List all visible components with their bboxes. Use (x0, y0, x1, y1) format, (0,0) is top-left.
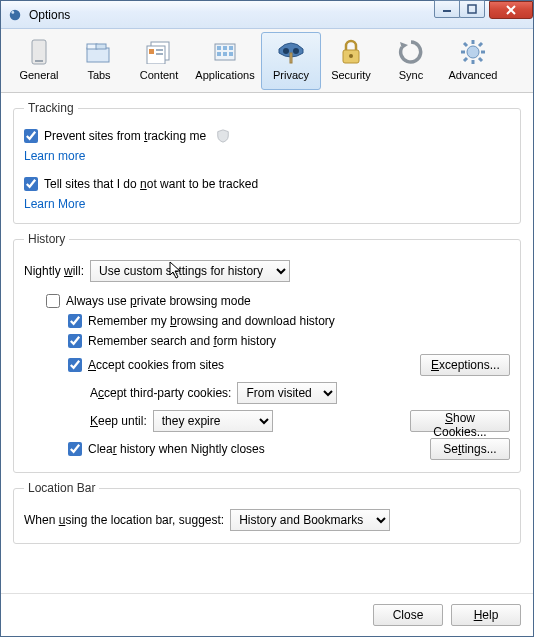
third-party-label: Accept third-party cookies: (90, 386, 231, 400)
svg-point-26 (467, 46, 479, 58)
options-window: Options General Tabs (0, 0, 534, 637)
svg-line-32 (479, 58, 482, 61)
keep-until-label: Keep until: (90, 414, 147, 428)
svg-point-25 (349, 54, 353, 58)
tab-tabs[interactable]: Tabs (69, 32, 129, 90)
svg-rect-15 (217, 46, 221, 50)
tab-privacy-label: Privacy (273, 69, 309, 81)
remember-search-label[interactable]: Remember search and form history (88, 334, 276, 348)
svg-rect-13 (156, 53, 163, 55)
tab-security-label: Security (331, 69, 371, 81)
tab-general-label: General (19, 69, 58, 81)
close-button[interactable] (489, 1, 533, 19)
always-private-label[interactable]: Always use private browsing mode (66, 294, 251, 308)
svg-rect-5 (35, 60, 43, 62)
keep-until-select[interactable]: they expire (153, 410, 273, 432)
applications-icon (211, 40, 239, 64)
tab-applications-label: Applications (195, 69, 254, 81)
svg-point-21 (283, 48, 289, 54)
settings-button[interactable]: Settings... (430, 438, 510, 460)
dnt-checkbox[interactable] (24, 177, 38, 191)
tracking-legend: Tracking (24, 101, 78, 115)
minimize-button[interactable] (434, 0, 460, 18)
tracking-learn-more-2[interactable]: Learn More (24, 197, 85, 211)
svg-line-33 (479, 43, 482, 46)
tab-privacy[interactable]: Privacy (261, 32, 321, 90)
close-dialog-button[interactable]: Close (373, 604, 443, 626)
accept-cookies-checkbox[interactable] (68, 358, 82, 372)
minimize-icon (442, 4, 452, 14)
tracking-learn-more-1[interactable]: Learn more (24, 149, 85, 163)
svg-rect-8 (96, 44, 106, 49)
locationbar-row: When using the location bar, suggest: Hi… (24, 509, 510, 531)
content-icon (145, 40, 173, 64)
svg-rect-2 (443, 10, 451, 12)
close-icon (505, 5, 517, 15)
svg-point-22 (293, 48, 299, 54)
exceptions-button[interactable]: Exceptions... (420, 354, 510, 376)
tab-sync-label: Sync (399, 69, 423, 81)
svg-rect-11 (149, 49, 154, 54)
history-mode-select[interactable]: Use custom settings for history (90, 260, 290, 282)
tab-security[interactable]: Security (321, 32, 381, 90)
third-party-select[interactable]: From visited (237, 382, 337, 404)
general-icon (28, 38, 50, 66)
remember-browsing-label[interactable]: Remember my browsing and download histor… (88, 314, 335, 328)
toolbar: General Tabs Content Applications Privac… (1, 29, 533, 93)
maximize-button[interactable] (459, 0, 485, 18)
remember-browsing-checkbox[interactable] (68, 314, 82, 328)
tabs-icon (85, 40, 113, 64)
tab-content[interactable]: Content (129, 32, 189, 90)
maximize-icon (467, 4, 477, 14)
svg-line-31 (464, 43, 467, 46)
window-controls (435, 1, 533, 20)
svg-rect-23 (290, 53, 292, 63)
tab-content-label: Content (140, 69, 179, 81)
history-legend: History (24, 232, 69, 246)
shield-icon (216, 129, 230, 143)
dnt-label[interactable]: Tell sites that I do not want to be trac… (44, 177, 258, 191)
prevent-tracking-label[interactable]: Prevent sites from tracking me (44, 129, 206, 143)
remember-browsing-row: Remember my browsing and download histor… (68, 314, 510, 328)
svg-line-34 (464, 58, 467, 61)
prevent-tracking-row: Prevent sites from tracking me (24, 129, 510, 143)
history-mode-row: Nightly will: Use custom settings for hi… (24, 260, 510, 282)
third-party-row: Accept third-party cookies: From visited (90, 382, 510, 404)
remember-search-row: Remember search and form history (68, 334, 510, 348)
titlebar: Options (1, 1, 533, 29)
locationbar-select[interactable]: History and Bookmarks (230, 509, 390, 531)
locationbar-label: When using the location bar, suggest: (24, 513, 224, 527)
content-area: Tracking Prevent sites from tracking me … (1, 93, 533, 593)
dnt-row: Tell sites that I do not want to be trac… (24, 177, 510, 191)
prevent-tracking-checkbox[interactable] (24, 129, 38, 143)
history-group: History Nightly will: Use custom setting… (13, 232, 521, 473)
clear-on-close-checkbox[interactable] (68, 442, 82, 456)
svg-rect-17 (229, 46, 233, 50)
svg-rect-16 (223, 46, 227, 50)
clear-on-close-label[interactable]: Clear history when Nightly closes (88, 442, 265, 456)
tab-general[interactable]: General (9, 32, 69, 90)
advanced-icon (459, 38, 487, 66)
nightly-will-label: Nightly will: (24, 264, 84, 278)
accept-cookies-row: Accept cookies from sites Exceptions... (68, 354, 510, 376)
sync-icon (398, 39, 424, 65)
tab-sync[interactable]: Sync (381, 32, 441, 90)
svg-rect-19 (223, 52, 227, 56)
tab-applications[interactable]: Applications (189, 32, 261, 90)
accept-cookies-label[interactable]: Accept cookies from sites (88, 358, 224, 372)
tracking-group: Tracking Prevent sites from tracking me … (13, 101, 521, 224)
locationbar-group: Location Bar When using the location bar… (13, 481, 521, 544)
keep-until-row: Keep until: they expire Show Cookies... (90, 410, 510, 432)
window-title: Options (29, 8, 70, 22)
clear-on-close-row: Clear history when Nightly closes Settin… (68, 438, 510, 460)
svg-rect-3 (468, 5, 476, 13)
svg-point-0 (10, 9, 21, 20)
svg-rect-18 (217, 52, 221, 56)
show-cookies-button[interactable]: Show Cookies... (410, 410, 510, 432)
tab-tabs-label: Tabs (87, 69, 110, 81)
always-private-checkbox[interactable] (46, 294, 60, 308)
remember-search-checkbox[interactable] (68, 334, 82, 348)
tab-advanced[interactable]: Advanced (441, 32, 505, 90)
svg-point-1 (11, 10, 14, 13)
help-button[interactable]: Help (451, 604, 521, 626)
